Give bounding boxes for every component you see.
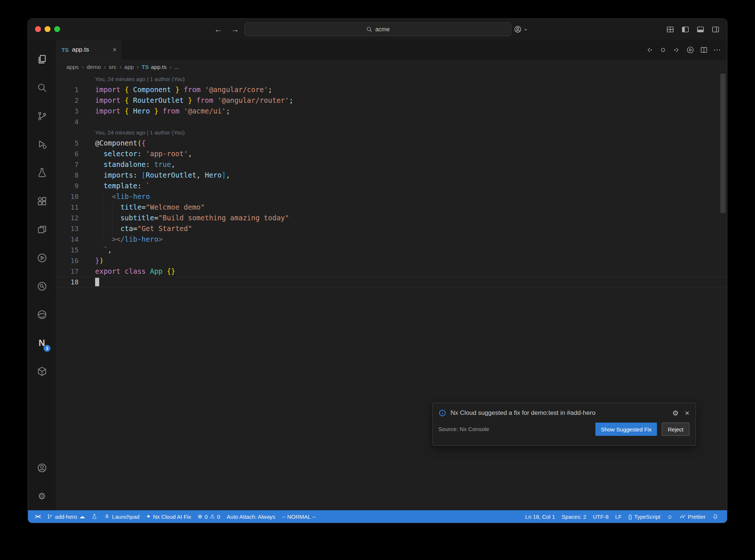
blame-annotation-line[interactable]: You, 24 minutes ago | 1 author (You) — [56, 127, 727, 138]
accounts-button[interactable] — [28, 454, 56, 482]
close-window-button[interactable] — [35, 26, 41, 32]
breadcrumb-apps[interactable]: apps — [66, 64, 79, 70]
breadcrumb-src[interactable]: src — [109, 64, 116, 70]
go-forward-change-icon[interactable] — [672, 46, 681, 54]
code-line[interactable]: 1import { Component } from '@angular/cor… — [56, 84, 727, 95]
statusbar-problems[interactable]: ⊗ 0 ⚠ 0 — [194, 510, 223, 523]
command-center-search[interactable]: acme — [244, 22, 511, 36]
notification-close-icon[interactable]: × — [685, 409, 689, 417]
code-text: <lib-hero — [79, 191, 150, 202]
line-number: 6 — [56, 148, 79, 159]
code-text: template: ` — [79, 181, 150, 191]
statusbar-encoding[interactable]: UTF-8 — [589, 510, 612, 523]
minimize-window-button[interactable] — [45, 26, 51, 32]
code-line[interactable]: 5@Component({ — [56, 138, 727, 148]
sidebar-item-run-circle[interactable] — [28, 244, 56, 272]
tab-bar: TS app.ts × — [56, 40, 727, 60]
statusbar-nx-cloud-fix[interactable]: ✦ Nx Cloud AI Fix — [143, 510, 194, 523]
statusbar-branch[interactable]: add-hero ☁ — [44, 510, 88, 523]
breadcrumb-file[interactable]: TS app.ts — [142, 64, 166, 70]
sidebar-item-search[interactable] — [28, 73, 56, 102]
sidebar-item-testing[interactable] — [28, 158, 56, 187]
notification-toast: Nx Cloud suggested a fix for demo:test i… — [432, 403, 696, 446]
reject-button[interactable]: Reject — [662, 423, 689, 436]
toggle-secondary-sidebar-icon[interactable] — [711, 25, 720, 34]
toggle-primary-sidebar-icon[interactable] — [681, 25, 689, 34]
code-line[interactable]: 14 ></lib-hero> — [56, 234, 727, 245]
code-line[interactable]: 8 imports: [RouterOutlet, Hero], — [56, 170, 727, 181]
code-line[interactable]: 9 template: ` — [56, 181, 727, 191]
editor-scrollbar[interactable] — [720, 74, 726, 213]
more-actions-icon[interactable]: ⋯ — [713, 45, 721, 54]
title-bar: ← → acme — [28, 19, 727, 40]
code-line[interactable]: 4 — [56, 116, 727, 127]
activity-bar: N 3 ⚙ — [28, 40, 56, 510]
statusbar-language[interactable]: {} TypeScript — [625, 510, 664, 523]
split-editor-icon[interactable] — [700, 46, 708, 54]
statusbar-indentation[interactable]: Spaces: 2 — [559, 510, 590, 523]
smiley-icon: ☺ — [667, 514, 672, 520]
chevron-right-icon: › — [170, 64, 171, 70]
sidebar-item-source-control[interactable] — [28, 102, 56, 130]
zoom-window-button[interactable] — [54, 26, 60, 32]
sidebar-item-code-search[interactable] — [28, 272, 56, 300]
chevron-right-icon: › — [119, 64, 121, 70]
code-line[interactable]: 7 standalone: true, — [56, 159, 727, 170]
sidebar-item-nx-console[interactable]: N 3 — [28, 329, 56, 357]
code-line[interactable]: 13 cta="Get Started" — [56, 223, 727, 234]
breadcrumb-symbol[interactable]: ... — [174, 64, 179, 70]
statusbar-feedback[interactable]: ☺ — [664, 510, 676, 523]
settings-button[interactable]: ⚙ — [28, 482, 56, 510]
customize-layout-icon[interactable] — [666, 25, 674, 34]
breadcrumb-app[interactable]: app — [124, 64, 134, 70]
breadcrumb-demo[interactable]: demo — [87, 64, 101, 70]
line-number: 17 — [56, 266, 79, 277]
code-text — [79, 277, 99, 287]
code-line[interactable]: 6 selector: 'app-root', — [56, 148, 727, 159]
sidebar-item-browser-tools[interactable] — [28, 300, 56, 329]
code-text: imports: [RouterOutlet, Hero], — [79, 170, 230, 181]
close-tab-icon[interactable]: × — [112, 46, 116, 54]
run-file-icon[interactable] — [686, 46, 695, 54]
remote-indicator[interactable]: >< — [32, 510, 44, 523]
code-line[interactable]: 18 — [56, 277, 727, 287]
statusbar-auto-attach[interactable]: Auto Attach: Always — [223, 510, 279, 523]
nx-badge: 3 — [44, 345, 51, 352]
statusbar-prettier[interactable]: ✓✓ Prettier — [676, 510, 709, 523]
statusbar-notifications[interactable] — [709, 510, 722, 523]
code-line[interactable]: 15 `, — [56, 245, 727, 255]
sidebar-item-containers[interactable] — [28, 357, 56, 385]
search-icon — [366, 26, 372, 32]
notification-settings-icon[interactable]: ⚙ — [672, 409, 679, 417]
code-text — [79, 116, 95, 127]
code-line[interactable]: 11 title="Welcmoe demo" — [56, 202, 727, 213]
code-line[interactable]: 16}) — [56, 255, 727, 266]
sidebar-item-run-debug[interactable] — [28, 130, 56, 158]
chevron-right-icon: › — [137, 64, 139, 70]
sidebar-item-explorer[interactable] — [28, 45, 56, 73]
toggle-panel-icon[interactable] — [696, 25, 704, 34]
code-line[interactable]: 3import { Hero } from '@acme/ui'; — [56, 106, 727, 116]
tab-label: app.ts — [72, 46, 89, 53]
breadcrumb: apps › demo › src › app › TS app.ts › ..… — [56, 60, 727, 74]
code-line[interactable]: 2import { RouterOutlet } from '@angular/… — [56, 95, 727, 106]
navigate-back-icon[interactable]: ← — [214, 25, 222, 34]
sidebar-item-remote-explorer[interactable] — [28, 215, 56, 244]
statusbar-eol[interactable]: LF — [612, 510, 625, 523]
account-icon[interactable] — [514, 25, 522, 34]
go-back-change-icon[interactable] — [645, 46, 654, 54]
blame-annotation-line[interactable]: You, 24 minutes ago | 1 author (You) — [56, 74, 727, 84]
code-line[interactable]: 10 <lib-hero — [56, 191, 727, 202]
statusbar-vim-mode[interactable]: -- NORMAL -- — [279, 510, 319, 523]
circle-icon[interactable] — [659, 46, 667, 54]
statusbar-cursor-position[interactable]: Ln 18, Col 1 — [522, 510, 559, 523]
tab-app-ts[interactable]: TS app.ts × — [56, 40, 121, 60]
statusbar-beaker[interactable] — [88, 510, 101, 523]
navigate-forward-icon[interactable]: → — [231, 25, 239, 34]
sidebar-item-extensions[interactable] — [28, 187, 56, 215]
code-line[interactable]: 17export class App {} — [56, 266, 727, 277]
code-line[interactable]: 12 subtitle="Build something amazing tod… — [56, 213, 727, 223]
statusbar-launchpad[interactable]: Launchpad — [101, 510, 143, 523]
show-suggested-fix-button[interactable]: Show Suggested Fix — [595, 423, 657, 436]
beaker-icon — [91, 514, 97, 519]
